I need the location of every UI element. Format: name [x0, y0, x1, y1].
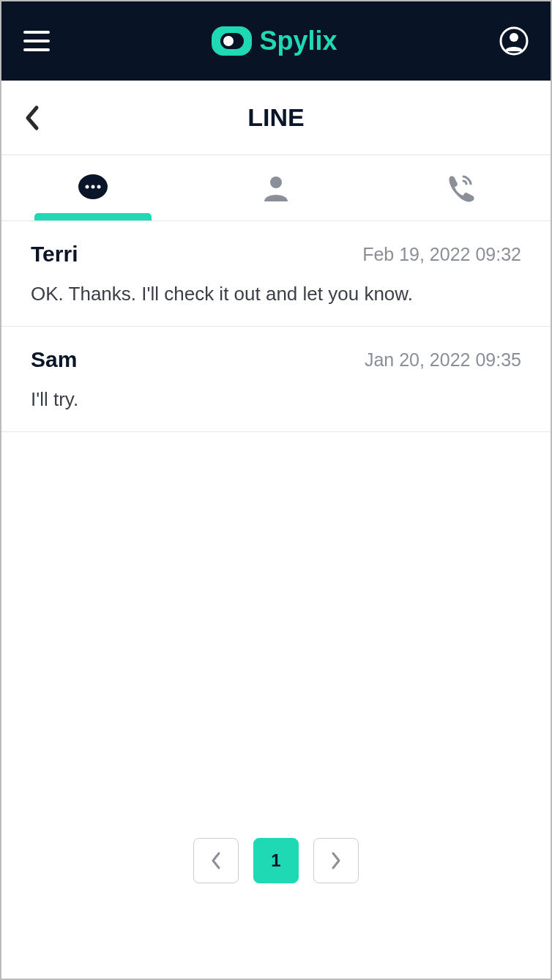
page-prev-button[interactable] — [193, 838, 239, 883]
svg-point-1 — [510, 33, 518, 42]
tab-indicator — [34, 213, 152, 220]
conversation-item[interactable]: Sam Jan 20, 2022 09:35 I'll try. — [1, 327, 551, 432]
svg-point-3 — [86, 185, 89, 188]
conversation-header: Sam Jan 20, 2022 09:35 — [31, 347, 521, 372]
phone-icon — [443, 172, 475, 204]
person-icon — [261, 174, 291, 203]
logo[interactable]: Spylix — [212, 26, 337, 56]
tab-person[interactable] — [184, 155, 368, 220]
pagination: 1 — [1, 809, 551, 979]
conversation-date: Jan 20, 2022 09:35 — [365, 349, 521, 371]
app-header: Spylix — [1, 1, 551, 81]
profile-icon[interactable] — [499, 26, 529, 56]
conversation-header: Terri Feb 19, 2022 09:32 — [31, 242, 521, 267]
conversation-name: Terri — [31, 242, 78, 267]
menu-icon[interactable] — [23, 31, 50, 51]
chat-icon — [77, 172, 109, 204]
conversation-date: Feb 19, 2022 09:32 — [362, 244, 521, 265]
conversation-message: OK. Thanks. I'll check it out and let yo… — [31, 283, 521, 305]
logo-text: Spylix — [259, 26, 337, 56]
conversation-name: Sam — [31, 347, 77, 372]
back-icon[interactable] — [23, 105, 41, 131]
tab-chat[interactable] — [1, 155, 184, 220]
conversations-list: Terri Feb 19, 2022 09:32 OK. Thanks. I'l… — [1, 221, 551, 809]
page-title: LINE — [247, 103, 304, 132]
svg-point-4 — [92, 185, 95, 188]
conversation-message: I'll try. — [31, 388, 521, 411]
page-next-button[interactable] — [313, 838, 359, 883]
conversation-item[interactable]: Terri Feb 19, 2022 09:32 OK. Thanks. I'l… — [1, 221, 551, 327]
chevron-right-icon — [329, 850, 343, 871]
logo-icon — [212, 26, 252, 56]
tabs — [1, 155, 551, 221]
subheader: LINE — [1, 81, 551, 155]
chevron-left-icon — [209, 850, 223, 871]
svg-point-5 — [97, 185, 101, 188]
tab-phone[interactable] — [368, 155, 551, 220]
svg-point-6 — [270, 177, 282, 188]
page-number-button[interactable]: 1 — [253, 838, 299, 883]
